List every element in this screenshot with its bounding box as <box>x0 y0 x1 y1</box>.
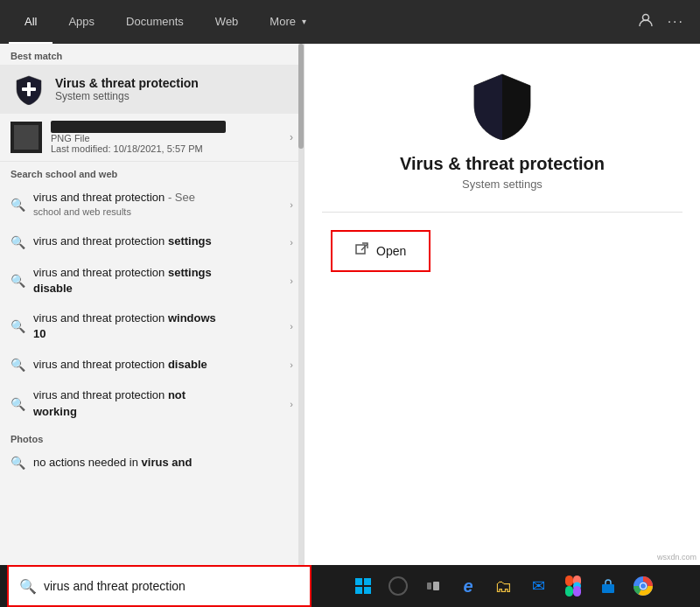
best-match-subtitle: System settings <box>55 90 199 102</box>
task-view-icon[interactable] <box>419 572 447 600</box>
tab-more[interactable]: More ▾ <box>254 0 322 44</box>
photos-item-text: no actions needed in virus and <box>33 455 293 471</box>
file-date: Last modified: 10/18/2021, 5:57 PM <box>51 143 281 154</box>
search-school-label: Search school and web <box>0 162 304 183</box>
search-item-text-4: virus and threat protection windows10 <box>33 310 281 342</box>
chevron-6: › <box>290 399 293 409</box>
watermark: wsxdn.com <box>657 553 696 562</box>
chevron-3: › <box>290 276 293 286</box>
search-loop-icon-3: 🔍 <box>10 274 24 288</box>
file-name-redacted <box>51 121 226 133</box>
open-icon <box>355 242 369 260</box>
svg-rect-2 <box>22 87 36 91</box>
tab-web[interactable]: Web <box>200 0 255 44</box>
cortana-circle <box>388 576 408 596</box>
app-shield-icon <box>467 70 537 140</box>
search-input-text: virus and threat protection <box>44 579 186 593</box>
search-item-3[interactable]: 🔍 virus and threat protection settingsdi… <box>0 258 304 304</box>
photos-label: Photos <box>0 427 304 448</box>
open-button[interactable]: Open <box>338 235 424 267</box>
search-icon-taskbar: 🔍 <box>19 578 37 595</box>
tab-documents[interactable]: Documents <box>110 0 200 44</box>
windows-start-icon[interactable] <box>349 572 377 600</box>
chevron-2: › <box>290 237 293 248</box>
search-loop-icon-photos: 🔍 <box>10 456 24 470</box>
search-loop-icon-6: 🔍 <box>10 397 24 411</box>
left-panel: Best match Virus & threat protection Sys… <box>0 44 304 565</box>
best-match-title: Virus & threat protection <box>55 76 199 90</box>
search-loop-icon-1: 🔍 <box>10 198 24 212</box>
best-match-label: Best match <box>0 44 304 65</box>
edge-icon[interactable]: e <box>454 572 482 600</box>
win-logo <box>355 578 371 594</box>
chevron-right-icon: › <box>290 131 293 143</box>
mail-shape: ✉ <box>532 576 545 596</box>
open-button-wrapper: Open <box>331 230 430 272</box>
search-item-4[interactable]: 🔍 virus and threat protection windows10 … <box>0 304 304 349</box>
account-icon[interactable] <box>638 12 654 31</box>
taskbar-icons: e 🗂 ✉ <box>313 572 693 600</box>
cortana-icon[interactable] <box>384 572 412 600</box>
search-nav: All Apps Documents Web More ▾ ··· <box>0 0 700 44</box>
scroll-thumb <box>298 44 304 149</box>
app-title: Virus & threat protection <box>400 154 605 174</box>
store-icon[interactable] <box>594 572 622 600</box>
search-item-6[interactable]: 🔍 virus and threat protection notworking… <box>0 380 304 426</box>
app-subtitle: System settings <box>462 178 542 191</box>
chevron-4: › <box>290 321 293 331</box>
shield-icon <box>13 73 45 105</box>
search-item-text-5: virus and threat protection disable <box>33 357 281 373</box>
taskbar: 🔍 virus and threat protection e <box>0 565 700 607</box>
store-shape <box>599 577 617 595</box>
folder-shape: 🗂 <box>494 576 512 597</box>
svg-rect-9 <box>565 586 573 597</box>
photos-item[interactable]: 🔍 no actions needed in virus and <box>0 448 304 478</box>
chevron-1: › <box>290 199 293 210</box>
file-explorer-icon[interactable]: 🗂 <box>489 572 517 600</box>
search-item-text-1: virus and threat protection - See school… <box>33 190 281 220</box>
svg-point-15 <box>640 583 646 589</box>
figma-shape <box>565 576 581 597</box>
mail-icon[interactable]: ✉ <box>524 572 552 600</box>
right-panel: Virus & threat protection System setting… <box>304 44 700 565</box>
search-item-text-2: virus and threat protection settings <box>33 234 281 249</box>
svg-rect-5 <box>356 245 365 254</box>
task-view-shape <box>427 582 439 590</box>
chrome-icon[interactable] <box>629 572 657 600</box>
main-layout: Best match Virus & threat protection Sys… <box>0 44 700 565</box>
chevron-down-icon: ▾ <box>302 17 306 26</box>
edge-letter: e <box>463 576 472 597</box>
search-item-text-6: virus and threat protection notworking <box>33 387 281 419</box>
search-item-text-3: virus and threat protection settingsdisa… <box>33 265 281 297</box>
svg-rect-6 <box>565 576 573 586</box>
search-loop-icon-2: 🔍 <box>10 235 24 249</box>
nav-icons: ··· <box>638 12 691 31</box>
chrome-shape <box>634 576 653 596</box>
search-loop-icon-5: 🔍 <box>10 358 24 372</box>
search-item-1[interactable]: 🔍 virus and threat protection - See scho… <box>0 183 304 227</box>
divider <box>322 212 682 213</box>
search-input-area[interactable]: 🔍 virus and threat protection <box>7 565 312 607</box>
file-thumbnail <box>10 122 42 153</box>
search-loop-icon-4: 🔍 <box>10 319 24 333</box>
tab-all[interactable]: All <box>9 0 52 44</box>
tab-apps[interactable]: Apps <box>52 0 110 44</box>
open-label: Open <box>376 244 406 258</box>
chevron-5: › <box>290 359 293 370</box>
open-button-border: Open <box>331 230 430 272</box>
search-item-2[interactable]: 🔍 virus and threat protection settings › <box>0 227 304 258</box>
file-item[interactable]: PNG File Last modified: 10/18/2021, 5:57… <box>0 114 304 162</box>
file-info: PNG File Last modified: 10/18/2021, 5:57… <box>51 121 281 154</box>
svg-rect-11 <box>602 584 614 593</box>
search-item-sub-1: school and web results <box>33 206 281 219</box>
svg-rect-10 <box>573 586 581 597</box>
nav-tabs: All Apps Documents Web More ▾ <box>9 0 322 44</box>
figma-icon[interactable] <box>559 572 587 600</box>
more-options-icon[interactable]: ··· <box>668 14 684 30</box>
search-item-5[interactable]: 🔍 virus and threat protection disable › <box>0 349 304 380</box>
best-match-text: Virus & threat protection System setting… <box>55 76 199 102</box>
file-type: PNG File <box>51 133 281 143</box>
scroll-indicator[interactable] <box>298 44 304 565</box>
best-match-item[interactable]: Virus & threat protection System setting… <box>0 65 304 114</box>
